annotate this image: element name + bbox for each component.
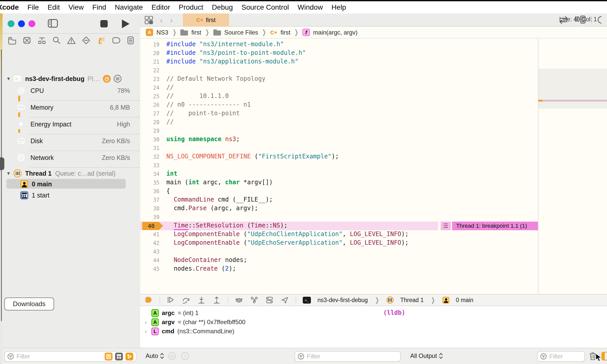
thread-row[interactable]: ▾ Thread 1 Queue: c…ad (serial) — [7, 168, 116, 179]
cpu-report-icon[interactable] — [114, 75, 121, 82]
menu-item-edit[interactable]: Edit — [47, 3, 60, 11]
gauge-row-memory[interactable]: Memory6,8 MB — [3, 101, 140, 114]
menu-item-product[interactable]: Product — [179, 3, 203, 11]
navigator-tab-issues-icon[interactable] — [67, 36, 76, 45]
navigator-tab-reports-icon[interactable] — [126, 36, 135, 45]
history-back-icon[interactable]: ‹ — [160, 16, 163, 25]
navigator-tab-debug-icon[interactable] — [97, 36, 106, 45]
console-filter-input[interactable] — [549, 353, 582, 360]
traffic-light-minimize[interactable] — [18, 20, 25, 27]
variable-name: argv — [162, 319, 175, 326]
downloads-button[interactable]: Downloads — [4, 297, 54, 310]
disclosure-chevron-icon[interactable]: › — [143, 328, 148, 334]
traffic-light-close[interactable] — [8, 20, 14, 27]
navigator-filter-field[interactable] — [4, 351, 136, 362]
source-editor[interactable]: 19#include "ns3/internet-module.h"20#inc… — [140, 39, 538, 294]
menu-item-debug[interactable]: Debug — [212, 3, 233, 11]
continue-icon[interactable] — [167, 296, 175, 304]
tab-first[interactable]: C+first — [183, 13, 229, 27]
navigator-tab-find-icon[interactable] — [52, 36, 61, 45]
line-number: 38 — [142, 206, 159, 212]
minimap-viewport-block[interactable] — [538, 69, 607, 109]
breakpoint-banner[interactable]: Thread 1: breakpoint 1.1 (1) — [452, 222, 538, 230]
menu-item-window[interactable]: Window — [298, 3, 323, 11]
step-into-icon[interactable] — [197, 296, 206, 304]
variable-row[interactable]: ›Aargv = (char **) 0x7ffeefbff500 — [143, 318, 245, 327]
navigator-tab-project-icon[interactable] — [8, 36, 17, 45]
user-frame-icon — [442, 297, 449, 304]
chevron-down-icon[interactable]: ▾ — [7, 170, 10, 177]
step-over-icon[interactable] — [182, 296, 190, 304]
variables-filter-input[interactable] — [307, 353, 398, 360]
editor-grid-icon[interactable] — [144, 15, 153, 25]
menu-item-file[interactable]: File — [27, 3, 39, 11]
memory-graph-icon[interactable] — [250, 296, 259, 304]
filter-hierarchy-button[interactable] — [115, 353, 123, 360]
step-out-icon[interactable] — [212, 296, 221, 304]
gauge-label: Energy Impact — [30, 121, 71, 128]
filter-flagged-button[interactable] — [105, 353, 113, 360]
debug-jumpbar-item[interactable]: 0 main — [456, 297, 473, 304]
stop-button[interactable] — [100, 20, 108, 27]
thread-label: Thread 1 — [25, 170, 52, 177]
menu-item-find[interactable]: Find — [92, 3, 106, 11]
code-line: #include "ns3/applications-module.h" — [166, 58, 298, 65]
menu-item-xcode[interactable]: Xcode — [0, 3, 19, 11]
navigator-tab-tests-icon[interactable] — [82, 36, 91, 45]
gauge-badge-icon[interactable] — [103, 75, 111, 83]
menu-items: XcodeFileEditViewFindNavigateEditorProdu… — [0, 1, 346, 13]
view-hierarchy-icon[interactable] — [235, 296, 243, 304]
breadcrumb-item[interactable]: NS3 — [156, 29, 168, 36]
menu-item-navigate[interactable]: Navigate — [115, 3, 143, 11]
split-editor-icon[interactable] — [597, 15, 601, 24]
process-row[interactable]: ▾>_ns3-dev-first-debugPI… — [3, 72, 140, 85]
navigator-tab-changes-icon[interactable] — [22, 36, 31, 45]
menu-item-source-control[interactable]: Source Control — [242, 3, 289, 11]
simulate-location-icon[interactable] — [280, 296, 289, 304]
breadcrumb-item[interactable]: Source Files — [224, 29, 258, 36]
environment-overrides-icon[interactable] — [265, 296, 274, 304]
cpp-file-icon: C+ — [270, 29, 277, 36]
stack-frame-1[interactable]: 1 start — [20, 191, 49, 200]
stack-frame-0[interactable]: 0 main — [20, 180, 52, 188]
gauge-value: High — [117, 121, 130, 128]
gauge-row-energy-impact[interactable]: Energy ImpactHigh — [3, 118, 140, 131]
chevron-down-icon[interactable]: ▾ — [7, 75, 10, 82]
breadcrumb-item[interactable]: first — [191, 29, 201, 36]
chevron-right-icon: ❯ — [375, 296, 379, 304]
toggle-navigator-icon[interactable] — [48, 19, 58, 28]
quicklook-eye-icon[interactable]: ◎ — [168, 352, 176, 360]
history-forward-icon[interactable]: › — [170, 16, 173, 25]
menu-item-editor[interactable]: Editor — [152, 3, 170, 11]
variable-row[interactable]: Aargc = (int) 1 — [143, 308, 199, 318]
run-button[interactable] — [122, 20, 130, 28]
filter-blocks-button[interactable] — [125, 353, 133, 360]
breakpoint-badge[interactable]: 40 — [142, 222, 163, 230]
menu-item-view[interactable]: View — [68, 3, 84, 11]
breadcrumb-item[interactable]: first — [281, 29, 291, 36]
breakpoints-toggle-icon[interactable] — [144, 296, 153, 304]
navigator-filter-input[interactable] — [17, 353, 102, 360]
debug-jumpbar-item[interactable]: ns3-dev-first-debug — [317, 297, 368, 304]
xcode-window: NS3 buildsystem-cmake >_ first ❯ My Mac … — [3, 13, 607, 364]
gauge-row-cpu[interactable]: CPU78% — [3, 85, 140, 98]
gauge-row-disk[interactable]: DiskZero KB/s — [3, 135, 140, 148]
folder-icon — [213, 29, 221, 36]
breakpoint-menu-icon[interactable]: ☰ — [441, 222, 451, 230]
breadcrumb-item[interactable]: main(argc, argv) — [313, 29, 358, 36]
navigator-tab-breakpoints-icon[interactable] — [111, 36, 120, 45]
console-scope-select[interactable]: All Output — [410, 352, 443, 359]
traffic-light-zoom[interactable] — [28, 20, 35, 27]
info-icon[interactable]: i — [181, 352, 189, 360]
gauge-row-network[interactable]: NetworkZero KB/s — [3, 152, 140, 165]
disclosure-chevron-icon[interactable]: › — [143, 319, 148, 325]
variable-row[interactable]: ›Lcmd (ns3::CommandLine) — [143, 327, 234, 336]
variables-filter-field[interactable] — [295, 351, 401, 362]
variables-scope-select[interactable]: Auto — [146, 352, 164, 359]
console-filter-field[interactable] — [537, 351, 585, 362]
gauge-value: Zero KB/s — [102, 137, 130, 145]
navigator-tab-symbols-icon[interactable] — [37, 36, 46, 45]
menu-item-help[interactable]: Help — [331, 3, 346, 11]
minimap[interactable] — [538, 39, 607, 294]
debug-jumpbar-item[interactable]: Thread 1 — [400, 297, 424, 304]
